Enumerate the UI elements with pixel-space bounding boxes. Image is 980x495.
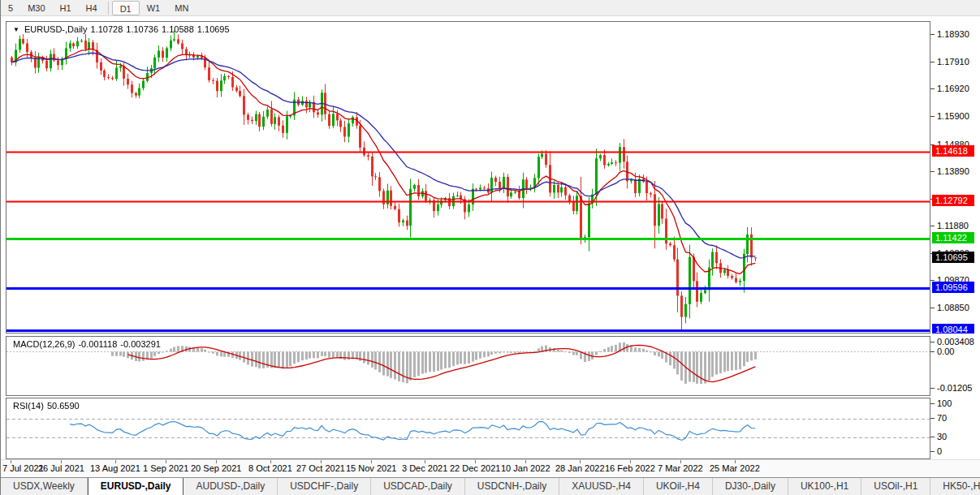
rsi-axis-tick: 70 (930, 413, 947, 424)
ohlc-low: 1.10588 (162, 24, 194, 34)
price-axis-tick: 1.16920 (930, 84, 969, 94)
price-chart-panel: ▼EURUSD-,Daily1.107281.107361.105881.106… (6, 21, 930, 334)
chart-tab-bar: USDX,WeeklyEURUSD-,DailyAUDUSD-,DailyUSD… (1, 477, 980, 495)
level-price-tag: 1.12792 (932, 195, 974, 206)
time-axis-label: 20 Sep 2021 (191, 463, 241, 473)
rsi-header: RSI(14)50.6590 (13, 401, 83, 411)
timeframe-button-h1[interactable]: H1 (53, 1, 79, 15)
macd-axis-tick: 0.00 (930, 346, 954, 357)
time-axis-label: 10 Jan 2022 (501, 463, 550, 473)
time-axis-label: 8 Oct 2021 (248, 463, 292, 473)
toolbar-separator (108, 2, 109, 15)
timeframe-button-h4[interactable]: H4 (79, 1, 105, 15)
rsi-panel: RSI(14)50.6590 (6, 398, 930, 459)
timeframe-button-m30[interactable]: M30 (20, 1, 52, 15)
chart-tab-hk50-h1[interactable]: HK50-,H1 (930, 478, 980, 495)
time-axis-label: 28 Jan 2022 (555, 463, 605, 473)
price-axis-tick: 1.11880 (930, 221, 969, 231)
time-axis-label: 16 Feb 2022 (605, 463, 655, 473)
macd-panel: MACD(12,26,9)-0.001118-0.003291 (6, 336, 930, 396)
ohlc-high: 1.10736 (126, 24, 158, 34)
time-axis-label: 27 Oct 2021 (296, 463, 345, 473)
rsi-canvas[interactable] (6, 398, 930, 458)
level-price-tag: 1.08044 (932, 324, 974, 334)
time-axis-label: 1 Sep 2021 (143, 463, 188, 473)
symbol-name: EURUSD-,Daily (24, 24, 88, 34)
macd-signal-value: -0.003291 (120, 339, 161, 349)
time-axis-label: 7 Mar 2022 (658, 463, 703, 473)
price-axis-tick: 1.15900 (930, 111, 969, 122)
current-price-tag: 1.10695 (932, 252, 974, 263)
timeframe-toolbar: 5M30H1H4D1W1MN (1, 0, 980, 16)
time-axis-label: 22 Dec 2021 (450, 463, 500, 473)
macd-axis[interactable]: 0.0034080.00-0.01205 (930, 336, 980, 396)
macd-axis-tick: -0.01205 (930, 383, 972, 394)
macd-axis-tick: 0.003408 (930, 337, 974, 347)
symbol-dropdown-icon[interactable]: ▼ (13, 26, 19, 33)
chart-tab-audusd-daily[interactable]: AUDUSD-,Daily (183, 478, 278, 495)
level-price-tag: 1.14618 (932, 145, 974, 157)
rsi-axis-tick: 30 (930, 432, 947, 442)
price-axis-tick: 1.18930 (930, 29, 969, 40)
ohlc-open: 1.10728 (91, 24, 123, 34)
chart-tabs: USDX,WeeklyEURUSD-,DailyAUDUSD-,DailyUSD… (1, 478, 980, 495)
price-axis[interactable]: 1.189301.179101.169201.159001.148801.138… (930, 21, 980, 334)
chart-tab-xauusd-h4[interactable]: XAUUSD-,H4 (559, 478, 644, 495)
chart-tab-usdcad-daily[interactable]: USDCAD-,Daily (371, 478, 465, 495)
rsi-axis-tick: 0 (930, 446, 942, 457)
chart-title: ▼EURUSD-,Daily1.107281.107361.105881.106… (13, 24, 233, 34)
chart-tab-eurusd-daily[interactable]: EURUSD-,Daily (88, 478, 184, 495)
time-axis-label: 13 Aug 2021 (90, 463, 140, 473)
price-axis-tick: 1.13890 (930, 166, 969, 177)
chart-tab-uk100-h1[interactable]: UK100-,H1 (788, 478, 861, 495)
price-axis-tick: 1.08850 (930, 303, 969, 313)
time-axis[interactable]: 7 Jul 202126 Jul 202113 Aug 20211 Sep 20… (1, 459, 980, 476)
macd-label: MACD(12,26,9) (13, 339, 75, 349)
rsi-label: RSI(14) (13, 401, 44, 411)
rsi-axis[interactable]: 10070300 (930, 398, 980, 459)
macd-header: MACD(12,26,9)-0.001118-0.003291 (13, 339, 164, 349)
chart-tab-ukoil-h4[interactable]: UKOil-,H4 (644, 478, 713, 495)
trading-terminal-window: 5M30H1H4D1W1MN ▼EURUSD-,Daily1.107281.10… (0, 0, 980, 495)
chart-tab-usdcnh-daily[interactable]: USDCNH-,Daily (465, 478, 559, 495)
chart-tab-usdx-weekly[interactable]: USDX,Weekly (1, 478, 88, 495)
level-price-tag: 1.09596 (932, 282, 974, 293)
time-axis-label: 25 Mar 2022 (710, 463, 760, 473)
time-axis-label: 26 Jul 2021 (38, 463, 84, 473)
timeframe-button-mn[interactable]: MN (167, 1, 196, 15)
macd-main-value: -0.001118 (78, 339, 117, 349)
price-chart-canvas[interactable] (6, 22, 930, 333)
time-axis-label: 3 Dec 2021 (402, 463, 447, 473)
price-axis-tick: 1.17910 (930, 57, 969, 67)
chart-tab-usdchf-daily[interactable]: USDCHF-,Daily (278, 478, 371, 495)
ohlc-close: 1.10695 (197, 24, 230, 34)
chart-tab-dj30-daily[interactable]: DJ30-,Daily (713, 478, 788, 495)
chart-tab-usoil-h1[interactable]: USOil-,H1 (861, 478, 930, 495)
timeframe-button-5[interactable]: 5 (1, 1, 20, 15)
rsi-value: 50.6590 (47, 401, 80, 411)
level-price-tag: 1.11422 (932, 232, 974, 243)
rsi-axis-tick: 100 (930, 398, 952, 409)
timeframe-button-w1[interactable]: W1 (140, 1, 168, 15)
time-axis-label: 15 Nov 2021 (346, 463, 396, 473)
timeframe-button-d1[interactable]: D1 (112, 1, 140, 15)
